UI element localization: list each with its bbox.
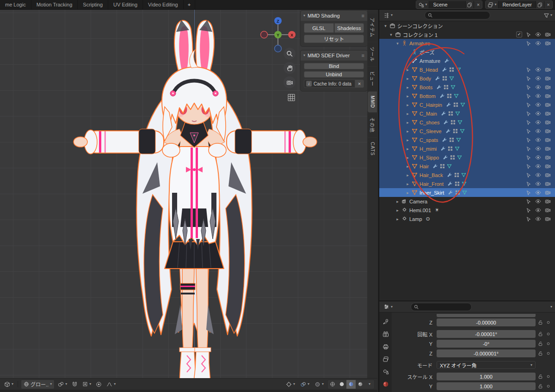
selectable-icon[interactable] <box>526 129 531 134</box>
mesh-name[interactable]: Inner_Skirt <box>419 190 444 196</box>
camera-name[interactable]: Camera <box>409 199 427 204</box>
mesh-icon[interactable] <box>455 146 460 151</box>
new-viewlayer-button[interactable] <box>536 1 544 8</box>
scene-collection-name[interactable]: シーンコレクション <box>397 22 443 30</box>
outliner-mesh-row[interactable]: ▸ C_shoes <box>379 118 555 127</box>
scene-browse-button[interactable]: ▾ <box>416 1 429 8</box>
mesh-icon[interactable] <box>457 120 462 125</box>
render-visibility-icon[interactable] <box>545 128 551 134</box>
remove-viewlayer-button[interactable]: × <box>544 1 552 8</box>
hide-eye-icon[interactable] <box>535 181 541 187</box>
overlays-dropdown[interactable]: ▾ <box>299 380 311 389</box>
lock-icon[interactable] <box>536 374 545 379</box>
render-visibility-icon[interactable] <box>545 190 551 196</box>
mesh-name[interactable]: H_mimi <box>419 146 437 152</box>
mesh-name[interactable]: Hair_Back <box>419 172 443 178</box>
lamp-name[interactable]: Lamp <box>409 216 422 222</box>
hide-eye-icon[interactable] <box>535 198 541 204</box>
vertex-grid-icon[interactable] <box>449 137 454 142</box>
hemi-light-name[interactable]: Hemi.001 <box>409 208 431 213</box>
vertex-grid-icon[interactable] <box>454 172 459 178</box>
selectable-icon[interactable] <box>526 190 531 196</box>
hide-eye-icon[interactable] <box>535 190 541 196</box>
mmd-sdef-header[interactable]: ▾ MMD SDEF Driver ≡ <box>301 50 367 61</box>
expand-icon[interactable]: ▸ <box>405 76 411 81</box>
mesh-icon[interactable] <box>460 102 465 107</box>
selectable-icon[interactable] <box>526 93 531 99</box>
wrench-icon[interactable] <box>432 164 438 169</box>
vertex-grid-icon[interactable] <box>442 76 447 81</box>
tab-tool[interactable] <box>382 318 390 325</box>
gizmo-x-neg-ball[interactable] <box>261 31 268 38</box>
tab-output[interactable] <box>382 343 390 350</box>
mesh-icon[interactable] <box>454 93 459 98</box>
camera-view-button[interactable] <box>284 76 296 88</box>
render-visibility-icon[interactable] <box>545 154 551 160</box>
hide-eye-icon[interactable] <box>535 216 541 222</box>
expand-icon[interactable]: ▸ <box>405 155 411 160</box>
workspace-tab[interactable]: Video Editing <box>143 0 184 9</box>
mesh-name[interactable]: C_Main <box>419 111 437 116</box>
animate-dot-icon[interactable] <box>545 384 551 388</box>
mesh-name[interactable]: C_spats <box>419 137 438 143</box>
armature-object-name[interactable]: Armature <box>409 41 430 46</box>
selectable-icon[interactable] <box>526 172 531 178</box>
expand-icon[interactable]: ▸ <box>405 103 411 107</box>
workspace-tab[interactable]: Motion Tracking <box>31 0 78 9</box>
vertex-grid-icon[interactable] <box>450 155 455 160</box>
mesh-icon[interactable] <box>460 129 465 134</box>
hide-eye-icon[interactable] <box>535 102 541 108</box>
bind-button[interactable]: Bind <box>304 63 364 69</box>
mesh-icon[interactable] <box>462 190 467 195</box>
light-data-icon[interactable]: ⊙ <box>426 216 430 222</box>
mesh-name[interactable]: C_Hairpin <box>419 102 442 108</box>
add-workspace-button[interactable]: + <box>184 0 195 9</box>
armature-data-name[interactable]: Armature <box>419 58 440 64</box>
wrench-icon[interactable] <box>441 111 446 116</box>
outliner-mesh-row[interactable]: ▸ C_spats <box>379 135 555 144</box>
animate-dot-icon[interactable] <box>545 342 551 346</box>
scene-name[interactable]: Scene <box>429 2 465 7</box>
mesh-icon[interactable] <box>456 67 461 72</box>
hide-eye-icon[interactable] <box>535 84 541 90</box>
wrench-icon[interactable] <box>448 190 453 196</box>
pivot-dropdown[interactable]: ▾ <box>56 380 68 389</box>
mesh-icon[interactable] <box>450 85 456 90</box>
selectable-icon[interactable] <box>526 102 531 108</box>
render-visibility-icon[interactable] <box>545 40 551 46</box>
tab-material[interactable] <box>382 380 390 388</box>
outliner-mesh-row[interactable]: ▸ C_Hairpin <box>379 100 555 109</box>
expand-icon[interactable]: ▸ <box>405 182 411 186</box>
wrench-icon[interactable] <box>447 181 453 187</box>
expand-icon[interactable]: ▸ <box>405 94 411 98</box>
mesh-name[interactable]: H_Sippo <box>419 155 439 160</box>
outliner-row-lamp[interactable]: ▸ Lamp ⊙ <box>379 214 555 223</box>
selectable-icon[interactable] <box>526 137 531 143</box>
render-visibility-icon[interactable] <box>545 207 551 213</box>
number-field[interactable]: -0° <box>437 340 536 348</box>
outliner-row-hemi[interactable]: ▸ Hemi.001 ☀ <box>379 206 555 214</box>
outliner-mesh-row[interactable]: ▸ Body <box>379 74 555 83</box>
mesh-name[interactable]: C_shoes <box>419 120 439 125</box>
wrench-icon[interactable] <box>439 93 445 99</box>
wrench-icon[interactable] <box>445 129 451 134</box>
vertex-grid-icon[interactable] <box>450 120 456 125</box>
expand-icon[interactable]: ▸ <box>405 85 411 90</box>
collapse-icon[interactable]: ▾ <box>395 41 401 46</box>
wrench-icon[interactable] <box>444 58 450 64</box>
tab-scene[interactable] <box>382 368 390 375</box>
outliner-row-armature-data[interactable]: Armature <box>379 56 555 65</box>
properties-editor-type-button[interactable]: ▾ <box>382 302 394 311</box>
wrench-icon[interactable] <box>443 120 449 125</box>
zoom-tool-button[interactable] <box>284 48 296 60</box>
vertex-grid-icon[interactable] <box>453 102 458 107</box>
workspace-tab[interactable]: UV Editing <box>108 0 143 9</box>
properties-search-input[interactable] <box>411 303 472 311</box>
animate-dot-icon[interactable] <box>545 320 551 325</box>
new-scene-button[interactable] <box>465 1 474 8</box>
n-panel-tab[interactable]: MMD <box>368 92 377 112</box>
expand-icon[interactable]: ▸ <box>405 190 411 195</box>
proportional-edit-toggle[interactable] <box>94 380 103 389</box>
selectable-icon[interactable] <box>526 76 531 81</box>
drag-handle-icon[interactable]: ≡ <box>362 53 364 58</box>
